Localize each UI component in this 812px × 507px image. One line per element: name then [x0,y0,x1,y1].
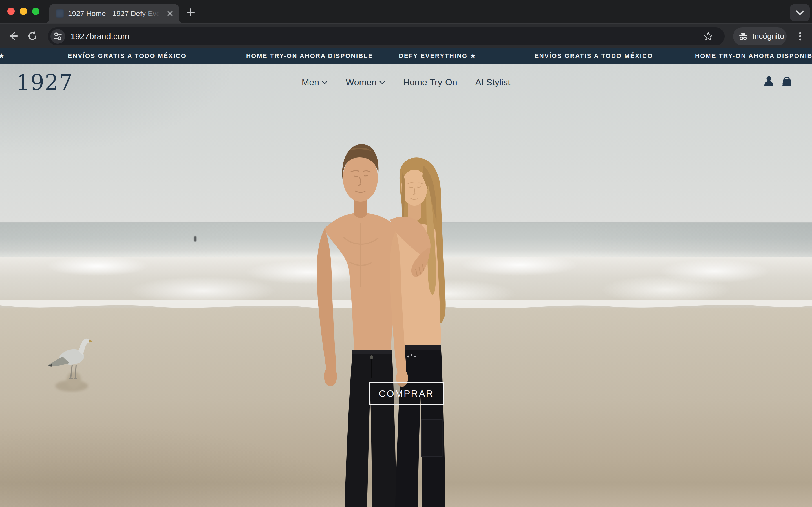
address-bar[interactable]: 1927brand.com [48,27,725,45]
site-settings-icon[interactable] [50,29,65,44]
fullscreen-window-button[interactable] [32,8,40,15]
announcement-item: ENVÍOS GRATIS A TODO MÉXICO [68,52,187,60]
account-icon[interactable] [763,75,775,87]
browser-menu-icon[interactable] [795,31,805,41]
bookmark-star-icon[interactable] [703,31,713,41]
minimize-window-button[interactable] [20,8,27,15]
chevron-down-icon [379,81,385,84]
chevron-down-icon [322,81,327,84]
browser-tab[interactable]: 1927 Home - 1927 Defy Every [49,4,179,23]
comprar-button[interactable]: COMPRAR [369,382,444,405]
nav-item-women[interactable]: Women [346,77,385,88]
refresh-icon[interactable] [27,31,38,42]
cart-bag-icon[interactable] [781,75,793,87]
hero-section: 1927 Men Women Home Try-On AI Stylist [0,64,812,507]
incognito-icon [738,31,749,42]
site-header: 1927 Men Women Home Try-On AI Stylist [0,64,812,103]
tab-favicon-icon [56,9,64,18]
titlebar: 1927 Home - 1927 Defy Every [0,0,812,23]
announcement-item: ENVÍOS GRATIS A TODO MÉXICO [535,52,653,60]
seagull-illustration [42,324,104,397]
close-window-button[interactable] [7,8,15,15]
back-icon[interactable] [7,31,18,42]
announcement-bar: ★ ENVÍOS GRATIS A TODO MÉXICO HOME TRY-O… [0,48,812,64]
browser-toolbar: 1927brand.com Incógnito [0,23,812,48]
announcement-item: HOME TRY-ON AHORA DISPONIBLE [695,52,812,60]
announcement-item: DEFY EVERYTHING ★ [399,52,476,60]
models-illustration [296,129,493,507]
incognito-label: Incógnito [752,32,784,41]
tab-search-chevron-button[interactable] [790,4,810,21]
nav-item-men[interactable]: Men [302,77,327,88]
main-navigation: Men Women Home Try-On AI Stylist [302,77,510,88]
nav-item-ai-stylist[interactable]: AI Stylist [475,77,510,88]
tab-title-fade [142,4,167,23]
incognito-badge: Incógnito [733,27,786,45]
browser-window: 1927 Home - 1927 Defy Every [0,0,812,507]
distant-surfer [194,236,196,242]
brand-logo[interactable]: 1927 [16,70,73,95]
url-text: 1927brand.com [70,27,129,45]
announcement-item: HOME TRY-ON AHORA DISPONIBLE [246,52,373,60]
nav-item-home-try-on[interactable]: Home Try-On [403,77,457,88]
announcement-item: ★ [0,52,5,60]
new-tab-button[interactable] [185,7,196,18]
tab-close-icon[interactable] [166,10,174,17]
